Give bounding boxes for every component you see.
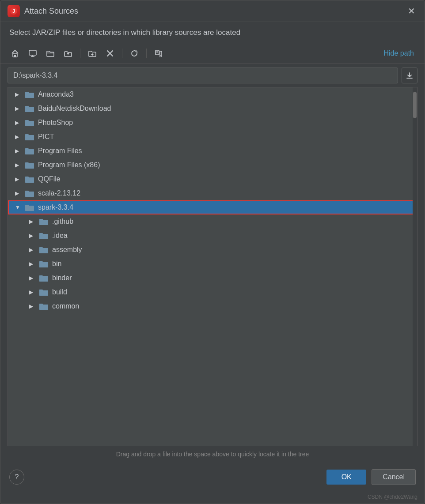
- folder-icon: [39, 246, 49, 254]
- tree-item-label: .github: [52, 218, 73, 226]
- folder-icon: [39, 218, 49, 226]
- folder-icon: [25, 119, 34, 127]
- tree-item-spark[interactable]: ▼ spark-3.3.4: [8, 200, 417, 214]
- tree-item-photoshop[interactable]: ▶ PhotoShop: [8, 116, 417, 130]
- tree-arrow: ▶: [29, 218, 35, 225]
- drag-hint: Drag and drop a file into the space abov…: [0, 446, 425, 462]
- folder-icon-open: [25, 203, 34, 211]
- tree-arrow: ▶: [15, 105, 21, 112]
- path-bar: [0, 64, 425, 87]
- tree-item-label: binder: [52, 274, 72, 282]
- tree-item-qqfile[interactable]: ▶ QQFile: [8, 172, 417, 186]
- scrollbar-thumb[interactable]: [413, 92, 417, 118]
- folder-icon: [25, 133, 34, 141]
- tree-item-bin[interactable]: ▶ bin: [8, 257, 417, 271]
- tree-arrow: ▶: [15, 134, 21, 140]
- tree-item-program-files-x86[interactable]: ▶ Program Files (x86): [8, 158, 417, 172]
- file-tree[interactable]: ▶ Anaconda3 ▶ BaiduNetdiskDownload ▶ Pho…: [8, 87, 417, 446]
- tree-arrow: ▶: [29, 233, 35, 239]
- attach-sources-dialog: J Attach Sources ✕ Select JAR/ZIP files …: [0, 0, 425, 504]
- cancel-button[interactable]: Cancel: [372, 469, 416, 485]
- tree-item-anaconda3[interactable]: ▶ Anaconda3: [8, 87, 417, 102]
- tree-arrow: ▶: [15, 91, 21, 98]
- tree-arrow: ▶: [29, 261, 35, 267]
- toolbar: Hide path: [0, 43, 425, 64]
- toolbar-sep-3: [146, 49, 147, 58]
- tree-item-label: QQFile: [38, 175, 61, 183]
- close-button[interactable]: ✕: [405, 5, 417, 17]
- folder-up-button[interactable]: [61, 47, 76, 60]
- folder-icon: [39, 288, 49, 296]
- footer: ? OK Cancel: [0, 462, 425, 492]
- tree-item-baidu[interactable]: ▶ BaiduNetdiskDownload: [8, 102, 417, 116]
- tree-arrow: ▶: [15, 176, 21, 182]
- path-download-button[interactable]: [402, 68, 417, 83]
- svg-text:J: J: [12, 8, 15, 14]
- tree-item-assembly[interactable]: ▶ assembly: [8, 243, 417, 257]
- tree-item-label: bin: [52, 260, 61, 268]
- svg-rect-3: [14, 55, 16, 57]
- tree-item-scala[interactable]: ▶ scala-2.13.12: [8, 186, 417, 200]
- tree-item-label: assembly: [52, 246, 82, 254]
- tree-item-label: common: [52, 302, 79, 310]
- folder-icon: [25, 189, 34, 197]
- tree-item-idea[interactable]: ▶ .idea: [8, 229, 417, 243]
- app-icon: J: [8, 5, 20, 17]
- toolbar-sep-2: [122, 49, 122, 58]
- folder-icon: [39, 232, 49, 240]
- ok-button[interactable]: OK: [326, 470, 366, 485]
- dialog-title: Attach Sources: [24, 7, 401, 16]
- tree-arrow-expanded: ▼: [15, 204, 21, 211]
- dialog-subtitle: Select JAR/ZIP files or directories in w…: [0, 22, 425, 43]
- tree-item-label: PhotoShop: [38, 119, 73, 127]
- tree-item-label: Program Files (x86): [38, 161, 100, 169]
- folder-icon: [39, 260, 49, 268]
- folder-open-button[interactable]: [43, 47, 58, 60]
- toolbar-sep-1: [80, 49, 80, 58]
- refresh-button[interactable]: [127, 47, 142, 60]
- monitor-button[interactable]: [25, 47, 40, 60]
- tree-arrow: ▶: [15, 162, 21, 168]
- home-button[interactable]: [8, 47, 23, 60]
- tree-arrow: ▶: [15, 120, 21, 126]
- folder-icon: [25, 90, 34, 98]
- tree-arrow: ▶: [29, 289, 35, 295]
- tree-item-program-files[interactable]: ▶ Program Files: [8, 144, 417, 158]
- tree-item-common[interactable]: ▶ common: [8, 299, 417, 313]
- scrollbar[interactable]: [413, 87, 417, 446]
- folder-icon: [25, 105, 34, 113]
- tree-arrow: ▶: [15, 148, 21, 154]
- help-button[interactable]: ?: [9, 470, 24, 485]
- folder-icon: [25, 147, 34, 155]
- tree-item-label: scala-2.13.12: [38, 189, 80, 197]
- folder-icon: [39, 302, 49, 310]
- tree-arrow: ▶: [29, 247, 35, 253]
- tree-item-label: Anaconda3: [38, 90, 74, 98]
- tree-item-pict[interactable]: ▶ PICT: [8, 130, 417, 144]
- new-folder-button[interactable]: [85, 47, 100, 60]
- folder-icon: [25, 175, 34, 183]
- tree-item-label: .idea: [52, 232, 68, 240]
- folder-icon: [39, 274, 49, 282]
- tree-item-github[interactable]: ▶ .github: [8, 214, 417, 229]
- tree-arrow: ▶: [29, 303, 35, 309]
- tree-item-label: PICT: [38, 133, 54, 141]
- tree-item-label: build: [52, 288, 67, 296]
- svg-rect-4: [29, 50, 36, 55]
- path-input[interactable]: [8, 68, 398, 83]
- tree-item-build[interactable]: ▶ build: [8, 285, 417, 299]
- tree-item-binder[interactable]: ▶ binder: [8, 271, 417, 285]
- tree-arrow: ▶: [15, 190, 21, 196]
- tree-arrow: ▶: [29, 275, 35, 281]
- folder-icon: [25, 161, 34, 169]
- watermark: CSDN @chde2Wang: [0, 492, 425, 504]
- tree-item-label: spark-3.3.4: [38, 203, 73, 211]
- title-bar: J Attach Sources ✕: [0, 0, 425, 22]
- bookmark-button[interactable]: [151, 47, 166, 60]
- delete-button[interactable]: [102, 47, 118, 60]
- tree-item-label: Program Files: [38, 147, 82, 155]
- hide-path-button[interactable]: Hide path: [380, 48, 418, 59]
- tree-item-label: BaiduNetdiskDownload: [38, 105, 111, 113]
